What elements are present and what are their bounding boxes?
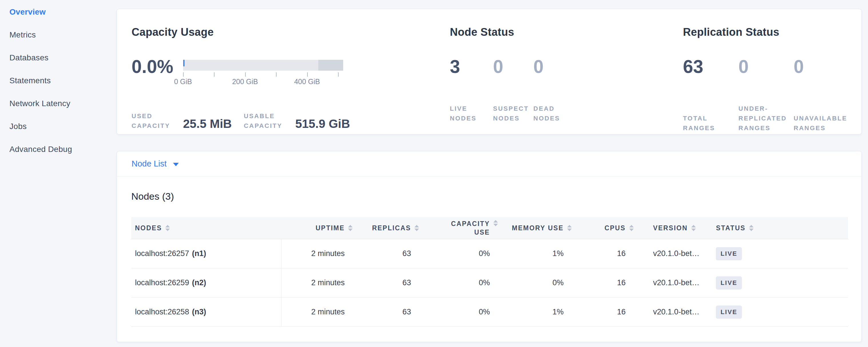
used-capacity-label: USED CAPACITY — [131, 111, 179, 131]
node-list-card: Node List Nodes (3) NODES UPTIME — [117, 151, 862, 342]
sidebar-item-network-latency[interactable]: Network Latency — [0, 92, 115, 115]
suspect-nodes-count: 0 — [493, 55, 533, 78]
gauge-axis-label: 200 GiB — [232, 77, 258, 86]
status-cell: LIVE — [711, 239, 848, 268]
sidebar-item-label: Overview — [9, 7, 46, 17]
column-header-replicas[interactable]: REPLICAS — [353, 217, 419, 239]
table-row-node-1[interactable]: localhost:26257 (n1) 2 minutes 63 0% 1% … — [131, 239, 848, 268]
node-list-dropdown[interactable]: Node List — [131, 159, 179, 168]
uptime-cell: 2 minutes — [281, 239, 353, 268]
capacity-use-cell: 0% — [419, 239, 498, 268]
nodes-section: Nodes (3) NODES UPTIME REPLICAS — [117, 191, 861, 327]
usable-capacity-value: 515.9 GiB — [295, 118, 350, 130]
replication-status-section: Replication Status 63 0 0 TOTAL RANGES U… — [683, 26, 861, 134]
sidebar-item-label: Jobs — [9, 122, 27, 131]
replicas-cell: 63 — [353, 268, 419, 297]
version-cell: v20.1.0-bet… — [634, 239, 712, 268]
dead-nodes-count: 0 — [533, 55, 582, 78]
sidebar-item-label: Advanced Debug — [9, 145, 72, 154]
status-badge: LIVE — [716, 247, 742, 260]
gauge-ticks — [183, 71, 343, 77]
gauge-axis-label: 0 GiB — [174, 77, 192, 86]
gauge-axis-label: 400 GiB — [294, 77, 320, 86]
view-selector-bar: Node List — [117, 151, 861, 177]
section-title: Replication Status — [683, 26, 861, 39]
unavailable-ranges-count: 0 — [794, 55, 851, 78]
uptime-cell: 2 minutes — [281, 268, 353, 297]
dead-nodes-label: DEAD NODES — [533, 104, 582, 123]
sort-icon — [749, 225, 753, 231]
status-cell: LIVE — [711, 268, 848, 297]
memory-use-cell: 1% — [498, 239, 572, 268]
sidebar-item-statements[interactable]: Statements — [0, 69, 115, 92]
replicas-cell: 63 — [353, 297, 419, 326]
column-header-uptime[interactable]: UPTIME — [281, 217, 353, 239]
section-title: Capacity Usage — [131, 26, 450, 39]
column-header-version[interactable]: VERSION — [634, 217, 712, 239]
memory-use-cell: 1% — [498, 297, 572, 326]
sidebar-item-label: Network Latency — [9, 99, 70, 108]
status-badge: LIVE — [716, 306, 742, 319]
used-capacity-value: 25.5 MiB — [183, 118, 231, 130]
sidebar-item-label: Databases — [9, 53, 49, 62]
under-replicated-ranges-count: 0 — [739, 55, 794, 78]
sidebar-item-overview[interactable]: Overview — [0, 1, 115, 24]
sort-icon — [165, 225, 170, 231]
table-header-row: NODES UPTIME REPLICAS CAPACITY USE — [131, 217, 848, 239]
live-nodes-count: 3 — [450, 55, 493, 78]
capacity-usage-section: Capacity Usage 0.0% 0 GiB 200 GiB — [131, 26, 450, 134]
cluster-summary-panel: Capacity Usage 0.0% 0 GiB 200 GiB — [117, 9, 862, 134]
capacity-gauge: 0 GiB 200 GiB 400 GiB — [183, 60, 343, 86]
sidebar-nav: Overview Metrics Databases Statements Ne… — [0, 0, 115, 161]
unavailable-ranges-label: UNAVAILABLE RANGES — [794, 114, 851, 133]
live-nodes-label: LIVE NODES — [450, 104, 493, 123]
node-id: (n1) — [192, 249, 206, 258]
column-header-nodes[interactable]: NODES — [131, 217, 281, 239]
capacity-use-cell: 0% — [419, 268, 498, 297]
sort-icon — [414, 225, 419, 231]
table-row-node-2[interactable]: localhost:26259 (n2) 2 minutes 63 0% 0% … — [131, 268, 848, 297]
column-header-capacity-use[interactable]: CAPACITY USE — [419, 217, 498, 239]
node-address-cell: localhost:26257 (n1) — [131, 239, 281, 268]
section-title: Node Status — [450, 26, 683, 39]
gauge-used-marker — [183, 60, 184, 66]
status-badge: LIVE — [716, 276, 742, 289]
memory-use-cell: 0% — [498, 268, 572, 297]
node-id: (n2) — [192, 278, 206, 287]
status-cell: LIVE — [711, 297, 848, 326]
version-cell: v20.1.0-bet… — [634, 297, 712, 326]
uptime-cell: 2 minutes — [281, 297, 353, 326]
gauge-track — [183, 60, 343, 71]
chevron-down-icon — [173, 163, 179, 166]
node-address-cell: localhost:26259 (n2) — [131, 268, 281, 297]
usable-capacity-label: USABLE CAPACITY — [244, 111, 291, 131]
table-row-node-3[interactable]: localhost:26258 (n3) 2 minutes 63 0% 1% … — [131, 297, 848, 327]
cpus-cell: 16 — [572, 297, 634, 326]
sidebar-item-databases[interactable]: Databases — [0, 46, 115, 69]
column-header-cpus[interactable]: CPUS — [572, 217, 634, 239]
capacity-use-cell: 0% — [419, 297, 498, 326]
sidebar-item-metrics[interactable]: Metrics — [0, 24, 115, 46]
sort-icon — [348, 225, 353, 231]
main-content: Capacity Usage 0.0% 0 GiB 200 GiB — [117, 9, 862, 342]
sort-icon — [567, 225, 572, 231]
suspect-nodes-label: SUSPECT NODES — [493, 104, 533, 123]
node-status-section: Node Status 3 0 0 LIVE NODES SUSPECT NOD… — [450, 26, 683, 134]
replicas-cell: 63 — [353, 239, 419, 268]
sidebar-item-advanced-debug[interactable]: Advanced Debug — [0, 138, 115, 161]
total-ranges-label: TOTAL RANGES — [683, 114, 739, 133]
total-ranges-count: 63 — [683, 55, 739, 78]
sidebar-item-label: Metrics — [9, 30, 36, 39]
cpus-cell: 16 — [572, 268, 634, 297]
column-header-memory-use[interactable]: MEMORY USE — [498, 217, 572, 239]
gauge-reserved-segment — [318, 60, 343, 71]
column-header-status[interactable]: STATUS — [711, 217, 848, 239]
sort-icon — [493, 220, 498, 226]
under-replicated-ranges-label: UNDER-REPLICATED RANGES — [739, 104, 794, 133]
cpus-cell: 16 — [572, 239, 634, 268]
sidebar-item-jobs[interactable]: Jobs — [0, 115, 115, 138]
version-cell: v20.1.0-bet… — [634, 268, 712, 297]
nodes-table: NODES UPTIME REPLICAS CAPACITY USE — [131, 217, 848, 327]
nodes-table-title: Nodes (3) — [131, 191, 848, 202]
node-address-cell: localhost:26258 (n3) — [131, 297, 281, 326]
